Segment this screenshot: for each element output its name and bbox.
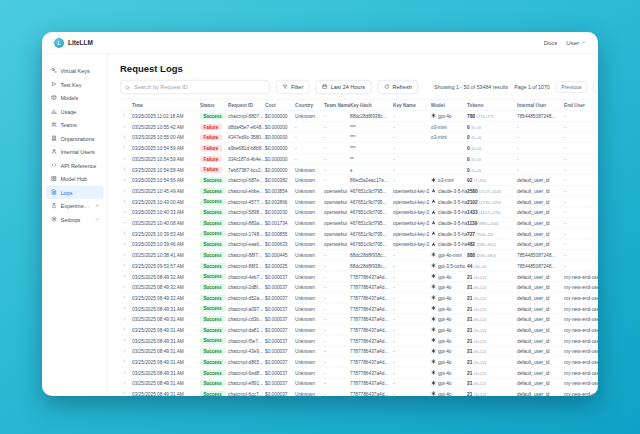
model-name: gpt-4o xyxy=(438,381,451,387)
cell-internal-user: default_user_id xyxy=(517,284,564,290)
table-row[interactable]: 03/25/2025 10:38:41 AMSuccesschatcmpl-88… xyxy=(120,250,598,261)
table-row[interactable]: 03/25/2025 10:55:42 AMFailured8da45e7-e6… xyxy=(120,122,598,133)
table-row[interactable]: 03/25/2025 08:49:31 AMSuccesschatcmpl-43… xyxy=(120,346,598,357)
table-row[interactable]: 03/25/2025 08:49:32 AMSuccesschatcmpl-4e… xyxy=(120,271,598,282)
table-row[interactable]: 03/25/2025 10:39:46 AMSuccesschatcmpl-ea… xyxy=(120,239,598,250)
chevron-right-icon[interactable] xyxy=(122,380,127,386)
table-row[interactable]: 03/25/2025 10:45:49 AMSuccesschatcmpl-eb… xyxy=(120,186,598,197)
table-row[interactable]: 03/25/2025 09:53:57 AMSuccesschatcmpl-88… xyxy=(120,261,598,272)
chevron-down-icon[interactable] xyxy=(122,220,127,226)
model-name: gpt-3.5-turbo xyxy=(438,263,465,269)
cell-country: - xyxy=(295,135,324,141)
table-row[interactable]: 03/25/2025 10:55:00 AMFailure4347ed9c-35… xyxy=(120,132,598,143)
chevron-right-icon[interactable] xyxy=(122,338,127,344)
status-badge: Success xyxy=(200,177,225,184)
app-window: L LiteLLM Docs User Virtual KeysTest Key… xyxy=(42,32,598,396)
docs-link[interactable]: Docs xyxy=(544,39,558,46)
table-row[interactable]: 03/25/2025 08:49:31 AMSuccesschatcmpl-d8… xyxy=(120,357,598,368)
sidebar-item-settings[interactable]: Settings xyxy=(46,213,104,227)
column-header-key-name: Key Name xyxy=(393,102,431,108)
chevron-right-icon[interactable] xyxy=(122,391,127,396)
chevron-right-icon[interactable] xyxy=(122,370,127,376)
table-row[interactable]: 03/25/2025 10:40:33 AMSuccesschatcmpl-58… xyxy=(120,207,598,218)
cell-cost: $0.000037 xyxy=(265,359,295,365)
cell-key-hash: 7787786437a4d... xyxy=(350,284,393,290)
sidebar-item-organizations[interactable]: Organizations xyxy=(46,132,104,146)
table-row[interactable]: 03/25/2025 10:40:08 AMSuccesschatcmpl-88… xyxy=(120,218,598,229)
cell-model: claude-3-5-hai... xyxy=(431,241,467,247)
table-row[interactable]: 03/25/2025 10:54:58 AMFailure7eb67387-bc… xyxy=(120,164,598,175)
chevron-right-icon[interactable] xyxy=(122,156,127,162)
sidebar-item-model-hub[interactable]: Model Hub xyxy=(46,172,104,186)
previous-page-button[interactable]: Previous xyxy=(556,82,587,93)
table-row[interactable]: 03/25/2025 08:49:31 AMSuccesschatcmpl-cd… xyxy=(120,314,598,325)
sidebar-item-usage[interactable]: Usage xyxy=(46,105,104,119)
cell-cost: $0.000037 xyxy=(265,295,295,301)
model-name: claude-3-5-hai... xyxy=(438,210,467,216)
table-row[interactable]: 03/25/2025 10:54:59 AMFailure334c187d-4b… xyxy=(120,154,598,165)
table-row[interactable]: 03/25/2025 08:49:31 AMSuccesschatcmpl-6c… xyxy=(120,389,598,396)
chevron-right-icon[interactable] xyxy=(122,177,127,183)
chevron-down-icon[interactable] xyxy=(122,209,127,215)
chevron-right-icon[interactable] xyxy=(122,348,127,354)
next-page-button[interactable]: Next xyxy=(593,82,598,93)
sidebar-item-internal-users[interactable]: Internal Users xyxy=(46,145,104,159)
cell-country: Unknown xyxy=(295,263,324,269)
column-header-cost: Cost xyxy=(265,102,295,108)
chevron-right-icon[interactable] xyxy=(122,231,127,237)
table-row[interactable]: 03/25/2025 10:43:00 AMSuccesschatcmpl-45… xyxy=(120,197,598,208)
chevron-right-icon[interactable] xyxy=(122,188,127,194)
sidebar-item-experimental[interactable]: Experimental xyxy=(46,199,104,213)
chevron-right-icon[interactable] xyxy=(122,252,127,258)
cell-key-name: - xyxy=(393,370,431,376)
chevron-right-icon[interactable] xyxy=(122,316,127,322)
chevron-right-icon[interactable] xyxy=(122,124,127,130)
chevron-right-icon[interactable] xyxy=(122,295,127,301)
sidebar-item-logs[interactable]: Logs xyxy=(46,186,104,200)
sidebar-item-api-reference[interactable]: API Reference xyxy=(46,159,104,173)
table-row[interactable]: 03/25/2025 10:39:53 AMSuccesschatcmpl-17… xyxy=(120,229,598,240)
chevron-right-icon[interactable] xyxy=(122,241,127,247)
model-cell: gpt-4o xyxy=(431,391,451,396)
sidebar-item-models[interactable]: Models xyxy=(46,91,104,105)
table-row[interactable]: 03/25/2025 08:49:32 AMSuccesschatcmpl-2d… xyxy=(120,282,598,293)
table-row[interactable]: 03/25/2025 10:54:59 AMFailurea9be681d-b8… xyxy=(120,143,598,154)
chevron-right-icon[interactable] xyxy=(122,284,127,290)
chevron-right-icon[interactable] xyxy=(122,306,127,312)
chevron-right-icon[interactable] xyxy=(122,327,127,333)
user-menu[interactable]: User xyxy=(566,39,586,46)
cell-team-name: - xyxy=(324,284,350,290)
chevron-right-icon[interactable] xyxy=(122,167,127,173)
table-row[interactable]: 03/25/2025 08:49:31 AMSuccesschatcmpl-f5… xyxy=(120,336,598,347)
chevron-right-icon[interactable] xyxy=(122,199,127,205)
time-range-label: Last 24 Hours xyxy=(331,84,365,90)
table-row[interactable]: 03/25/2025 10:54:56 AMSuccesschatcmpl-68… xyxy=(120,175,598,186)
chevron-right-icon[interactable] xyxy=(122,263,127,269)
cell-internal-user: - xyxy=(517,156,564,162)
status-badge: Failure xyxy=(200,156,222,163)
table-row[interactable]: 03/25/2025 08:49:31 AMSuccesschatcmpl-6e… xyxy=(120,368,598,379)
chevron-right-icon[interactable] xyxy=(122,274,127,280)
filter-button[interactable]: Filter xyxy=(276,80,310,94)
tokens-detail: (9+12) xyxy=(474,317,486,322)
column-header-status: Status xyxy=(200,102,228,108)
tokens-detail: (9+12) xyxy=(474,296,486,301)
sidebar-item-virtual-keys[interactable]: Virtual Keys xyxy=(46,64,104,78)
refresh-button[interactable]: Refresh xyxy=(377,80,418,94)
table-row[interactable]: 03/25/2025 08:49:31 AMSuccesschatcmpl-da… xyxy=(120,325,598,336)
status-badge: Success xyxy=(200,284,225,291)
chevron-right-icon[interactable] xyxy=(122,145,127,151)
table-row[interactable]: 03/25/2025 08:49:31 AMSuccesschatcmpl-e8… xyxy=(120,378,598,389)
search-input[interactable] xyxy=(120,80,270,94)
time-range-button[interactable]: Last 24 Hours xyxy=(316,80,372,94)
table-row[interactable]: 03/25/2025 08:49:31 AMSuccesschatcmpl-a0… xyxy=(120,304,598,315)
chevron-right-icon[interactable] xyxy=(122,113,127,119)
sidebar-item-teams[interactable]: Teams xyxy=(46,118,104,132)
sidebar-item-test-key[interactable]: Test Key xyxy=(46,78,104,92)
chevron-right-icon[interactable] xyxy=(122,359,127,365)
model-name: gpt-4o xyxy=(438,370,451,376)
cell-key-name: - xyxy=(393,349,431,355)
table-row[interactable]: 03/25/2025 11:02:18 AMSuccesschatcmpl-88… xyxy=(120,111,598,122)
table-row[interactable]: 03/25/2025 08:49:32 AMSuccesschatcmpl-d5… xyxy=(120,293,598,304)
chevron-right-icon[interactable] xyxy=(122,134,127,140)
